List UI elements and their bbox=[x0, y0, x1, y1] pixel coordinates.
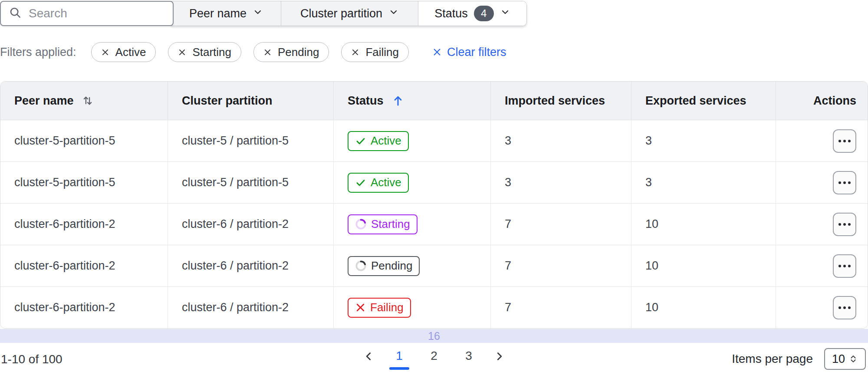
pager: 1 2 3 bbox=[363, 343, 505, 370]
cell-cluster-partition: cluster-6 / partition-2 bbox=[168, 286, 333, 328]
items-per-page-label: Items per page bbox=[732, 352, 813, 366]
column-header-label: Status bbox=[348, 94, 384, 108]
peer-name-dropdown[interactable]: Peer name bbox=[171, 1, 281, 26]
column-header-peer-name[interactable]: Peer name bbox=[0, 82, 168, 120]
column-header-actions: Actions bbox=[776, 82, 868, 120]
peers-table: Peer name Cluster partition Status Impor… bbox=[0, 81, 868, 329]
clear-filters-label: Clear filters bbox=[447, 46, 506, 59]
scroll-indicator-strip[interactable]: 16 bbox=[0, 329, 868, 343]
column-header-label: Exported services bbox=[645, 94, 746, 108]
cell-exported-services: 3 bbox=[631, 161, 776, 203]
chevron-left-icon bbox=[363, 351, 375, 362]
cell-status: Active bbox=[333, 161, 490, 203]
cell-peer-name: cluster-6-partition-2 bbox=[0, 203, 168, 245]
table-header-row: Peer name Cluster partition Status Impor… bbox=[0, 82, 868, 120]
cluster-partition-dropdown-label: Cluster partition bbox=[300, 7, 382, 20]
status-badge: Starting bbox=[348, 214, 418, 234]
search-box[interactable] bbox=[0, 1, 174, 26]
cell-exported-services: 10 bbox=[631, 203, 776, 245]
column-header-status[interactable]: Status bbox=[333, 82, 490, 120]
filter-chip-label: Failing bbox=[365, 46, 399, 59]
previous-page-button[interactable] bbox=[363, 343, 375, 370]
filter-chip-label: Starting bbox=[192, 46, 231, 59]
column-header-label: Cluster partition bbox=[182, 94, 273, 108]
status-badge-label: Active bbox=[371, 134, 401, 148]
sort-both-icon[interactable] bbox=[82, 95, 94, 107]
clear-filters-link[interactable]: Clear filters bbox=[432, 46, 506, 59]
cell-actions bbox=[776, 203, 868, 245]
status-count-badge: 4 bbox=[474, 6, 494, 21]
items-per-page: Items per page 10 bbox=[732, 348, 866, 370]
column-header-label: Peer name bbox=[14, 94, 74, 108]
remove-filter-icon bbox=[351, 48, 359, 56]
spinner-icon bbox=[355, 218, 367, 230]
chevron-down-icon bbox=[500, 7, 510, 20]
pagination-bar: 1-10 of 100 1 2 3 Items per page 10 bbox=[0, 343, 868, 375]
cell-exported-services: 10 bbox=[631, 245, 776, 286]
cell-actions bbox=[776, 286, 868, 328]
page-button-1[interactable]: 1 bbox=[389, 343, 409, 370]
chevron-right-icon bbox=[493, 351, 505, 362]
filter-toolbar: Peer name Cluster partition Status 4 bbox=[0, 1, 527, 26]
filter-chips: Active Starting Pending Failing bbox=[91, 42, 409, 62]
status-badge: Active bbox=[348, 131, 409, 151]
filter-chip-label: Pending bbox=[278, 46, 319, 59]
page-number: 2 bbox=[431, 349, 437, 363]
column-header-cluster-partition[interactable]: Cluster partition bbox=[168, 82, 333, 120]
chevron-down-icon bbox=[388, 7, 399, 20]
filter-chip-failing[interactable]: Failing bbox=[341, 42, 409, 62]
filter-chip-label: Active bbox=[115, 46, 146, 59]
table-row: cluster-6-partition-2 cluster-6 / partit… bbox=[0, 286, 868, 328]
cell-imported-services: 7 bbox=[490, 286, 631, 328]
page-button-2[interactable]: 2 bbox=[424, 343, 444, 370]
column-header-label: Imported services bbox=[505, 94, 605, 108]
status-badge-label: Failing bbox=[370, 301, 404, 314]
filter-chip-pending[interactable]: Pending bbox=[253, 42, 329, 62]
search-input[interactable] bbox=[29, 7, 159, 20]
status-dropdown-label: Status bbox=[434, 7, 468, 20]
filter-chip-active[interactable]: Active bbox=[91, 42, 156, 62]
column-header-label: Actions bbox=[813, 94, 856, 108]
next-page-button[interactable] bbox=[493, 343, 505, 370]
status-badge: Active bbox=[348, 173, 409, 193]
table-row: cluster-5-partition-5 cluster-5 / partit… bbox=[0, 120, 868, 161]
check-icon bbox=[355, 177, 366, 188]
cell-actions bbox=[776, 245, 868, 286]
check-icon bbox=[355, 135, 366, 147]
current-page-indicator bbox=[389, 367, 409, 370]
cell-imported-services: 3 bbox=[490, 120, 631, 161]
cluster-partition-dropdown[interactable]: Cluster partition bbox=[281, 1, 418, 26]
scroll-indicator-value: 16 bbox=[428, 330, 440, 342]
cell-peer-name: cluster-5-partition-5 bbox=[0, 161, 168, 203]
cell-actions bbox=[776, 120, 868, 161]
row-actions-button[interactable] bbox=[833, 129, 856, 153]
row-actions-button[interactable] bbox=[833, 171, 856, 194]
items-per-page-value: 10 bbox=[832, 352, 845, 366]
column-header-imported-services: Imported services bbox=[490, 82, 631, 120]
items-per-page-select[interactable]: 10 bbox=[824, 348, 866, 370]
page-button-3[interactable]: 3 bbox=[459, 343, 479, 370]
status-dropdown[interactable]: Status 4 bbox=[418, 1, 526, 26]
remove-filter-icon bbox=[178, 48, 186, 56]
cell-status: Active bbox=[333, 120, 490, 161]
peer-name-dropdown-label: Peer name bbox=[189, 7, 247, 20]
cell-imported-services: 7 bbox=[490, 245, 631, 286]
table-row: cluster-5-partition-5 cluster-5 / partit… bbox=[0, 161, 868, 203]
cell-exported-services: 10 bbox=[631, 286, 776, 328]
filter-chip-starting[interactable]: Starting bbox=[168, 42, 241, 62]
row-actions-button[interactable] bbox=[833, 296, 856, 319]
cell-imported-services: 7 bbox=[490, 203, 631, 245]
row-actions-button[interactable] bbox=[833, 213, 856, 236]
chevron-down-icon bbox=[253, 7, 263, 20]
cell-actions bbox=[776, 161, 868, 203]
table-row: cluster-6-partition-2 cluster-6 / partit… bbox=[0, 203, 868, 245]
row-actions-button[interactable] bbox=[833, 254, 856, 278]
cell-peer-name: cluster-6-partition-2 bbox=[0, 286, 168, 328]
sort-ascending-icon[interactable] bbox=[391, 94, 404, 107]
filter-dropdown-group: Peer name Cluster partition Status 4 bbox=[171, 1, 527, 26]
cell-cluster-partition: cluster-6 / partition-2 bbox=[168, 203, 333, 245]
results-range-label: 1-10 of 100 bbox=[1, 352, 62, 366]
filters-applied-row: Filters applied: Active Starting Pending… bbox=[0, 42, 506, 62]
cell-cluster-partition: cluster-6 / partition-2 bbox=[168, 245, 333, 286]
page-number: 3 bbox=[465, 349, 472, 363]
